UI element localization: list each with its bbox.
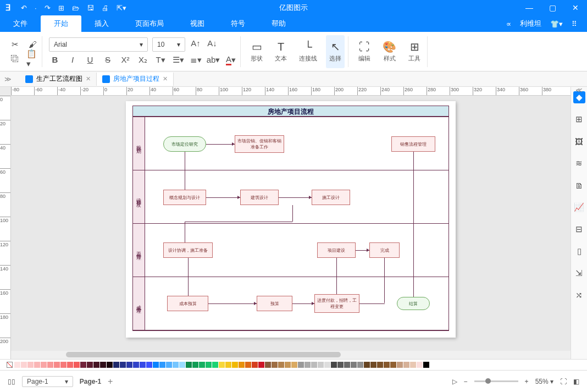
color-swatch[interactable] (206, 362, 212, 368)
color-swatch[interactable] (423, 362, 429, 368)
color-swatch[interactable] (318, 362, 324, 368)
panel-image-icon[interactable]: 🖼 (573, 135, 585, 147)
panel-stack-icon[interactable]: ▯ (573, 245, 585, 257)
color-swatch[interactable] (54, 362, 60, 368)
color-swatch[interactable] (311, 362, 317, 368)
fullscreen-icon[interactable]: ◧ (573, 378, 579, 385)
color-swatch[interactable] (417, 362, 423, 368)
node-n2[interactable]: 市场营销、促销和客销准备工作 (235, 135, 284, 153)
font-size-select[interactable]: 10▾ (152, 37, 185, 52)
color-swatch[interactable] (133, 362, 139, 368)
swimlane-container[interactable]: 投资计划 设计和开发 工程管理 成本管理 市场定位研究 市场营销、促销和客销准备… (132, 117, 449, 331)
text-tool[interactable]: T文本 (272, 35, 290, 68)
doc-tab-2[interactable]: 房地产项目过程✕ (97, 73, 174, 86)
color-swatch[interactable] (225, 362, 231, 368)
node-n9[interactable]: 完成 (369, 242, 400, 258)
open-icon[interactable]: 🗁 (72, 4, 79, 12)
node-n10[interactable]: 成本预算 (167, 296, 208, 311)
color-swatch[interactable] (74, 362, 80, 368)
color-swatch[interactable] (239, 362, 245, 368)
lane-header-2[interactable]: 设计和开发 (135, 194, 142, 200)
select-tool[interactable]: ↖选择 (326, 35, 345, 68)
node-n3[interactable]: 销售流程管理 (391, 136, 435, 152)
color-swatch[interactable] (100, 362, 106, 368)
color-swatch[interactable] (337, 362, 344, 368)
node-n4[interactable]: 概念规划与设计 (163, 190, 206, 205)
node-end[interactable]: 结算 (397, 297, 430, 310)
color-swatch[interactable] (377, 362, 383, 368)
color-swatch[interactable] (219, 362, 225, 368)
lane-header-1[interactable]: 投资计划 (135, 141, 142, 146)
color-swatch[interactable] (179, 362, 185, 368)
page-view-icon[interactable]: ▯▯ (8, 378, 15, 385)
canvas[interactable]: 房地产项目流程 投资计划 设计和开发 工程管理 成本管理 市场定位研究 市场营销… (11, 96, 571, 351)
panel-table-icon[interactable]: ⊟ (573, 223, 585, 235)
color-swatch[interactable] (364, 362, 370, 368)
panel-shuffle-icon[interactable]: ⤭ (573, 289, 585, 301)
underline-icon[interactable]: U (84, 54, 96, 66)
paste-icon[interactable]: 📋▾ (26, 53, 38, 65)
doc-tab-1[interactable]: 生产工艺流程图✕ (20, 73, 97, 86)
color-swatch[interactable] (331, 362, 337, 368)
color-swatch[interactable] (126, 362, 132, 368)
color-swatch[interactable] (324, 362, 330, 368)
menu-file[interactable]: 文件 (0, 15, 41, 32)
menu-symbol[interactable]: 符号 (218, 15, 258, 32)
color-swatch[interactable] (370, 362, 376, 368)
node-n8[interactable]: 项目建设 (317, 242, 356, 258)
play-icon[interactable]: ▷ (452, 378, 457, 385)
color-swatch[interactable] (291, 362, 297, 368)
color-swatch[interactable] (351, 362, 357, 368)
add-page-button[interactable]: + (108, 377, 113, 387)
color-swatch[interactable] (67, 362, 73, 368)
close-tab-icon[interactable]: ✕ (86, 75, 91, 82)
menu-layout[interactable]: 页面布局 (122, 15, 177, 32)
color-swatch[interactable] (410, 362, 416, 368)
node-n11[interactable]: 预算 (257, 296, 292, 311)
color-swatch[interactable] (107, 362, 113, 368)
color-swatch[interactable] (140, 362, 146, 368)
font-decrease-icon[interactable]: A↓ (206, 37, 218, 49)
undo-icon[interactable]: ↶ (21, 4, 27, 12)
color-swatch[interactable] (120, 362, 126, 368)
superscript-icon[interactable]: X² (119, 54, 131, 66)
tools-tool[interactable]: ⊞工具 (405, 35, 424, 68)
zoom-level[interactable]: 55% ▾ (535, 378, 553, 385)
color-swatch[interactable] (245, 362, 251, 368)
zoom-in-button[interactable]: + (525, 378, 529, 385)
color-swatch[interactable] (34, 362, 40, 368)
list-icon[interactable]: ≣▾ (190, 54, 202, 66)
subscript-icon[interactable]: X₂ (137, 54, 149, 66)
zoom-out-button[interactable]: − (464, 378, 468, 385)
color-swatch[interactable] (258, 362, 264, 368)
horizontal-scrollbar[interactable] (11, 351, 571, 359)
page-tab[interactable]: Page-1 (80, 378, 101, 385)
page[interactable]: 房地产项目流程 投资计划 设计和开发 工程管理 成本管理 市场定位研究 市场营销… (126, 101, 456, 338)
color-swatch[interactable] (159, 362, 165, 368)
color-swatch[interactable] (232, 362, 238, 368)
menu-home[interactable]: 开始 (41, 15, 81, 32)
lane-header-3[interactable]: 工程管理 (135, 248, 142, 252)
node-n6[interactable]: 施工设计 (312, 190, 350, 205)
cut-icon[interactable]: ✂ (9, 38, 21, 51)
color-swatch[interactable] (199, 362, 205, 368)
panel-doc-icon[interactable]: 🗎 (573, 179, 585, 191)
panel-chart-icon[interactable]: 📈 (573, 201, 585, 213)
node-start[interactable]: 市场定位研究 (163, 136, 206, 152)
font-color-icon[interactable]: A▾ (225, 54, 237, 66)
color-swatch[interactable] (93, 362, 99, 368)
color-swatch[interactable] (384, 362, 390, 368)
text-case-icon[interactable]: T▾ (154, 54, 167, 66)
new-icon[interactable]: ⊞ (58, 4, 64, 12)
page-select[interactable]: Page-1▾ (22, 376, 73, 387)
color-swatch[interactable] (298, 362, 304, 368)
copy-icon[interactable]: ⿻ (9, 53, 21, 65)
color-swatch[interactable] (153, 362, 159, 368)
print-icon[interactable]: 🖨 (102, 4, 109, 12)
color-swatch[interactable] (390, 362, 396, 368)
color-swatch[interactable] (113, 362, 119, 368)
save-icon[interactable]: 🖫 (87, 4, 94, 12)
node-n5[interactable]: 建筑设计 (240, 190, 279, 205)
panel-layers-icon[interactable]: ≋ (573, 157, 585, 169)
color-swatch[interactable] (212, 362, 218, 368)
